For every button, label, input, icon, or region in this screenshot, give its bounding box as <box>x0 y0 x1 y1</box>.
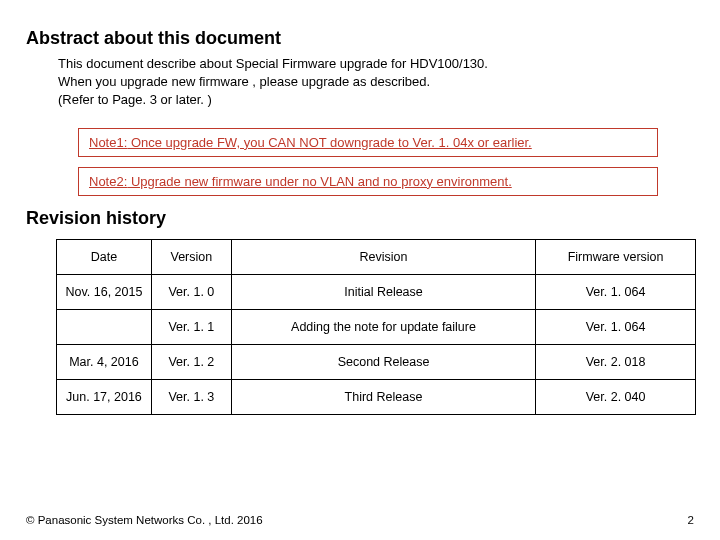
cell-firmware: Ver. 2. 040 <box>536 379 696 414</box>
abstract-line3: (Refer to Page. 3 or later. ) <box>58 92 212 107</box>
cell-firmware: Ver. 1. 064 <box>536 274 696 309</box>
abstract-line2: When you upgrade new firmware , please u… <box>58 74 430 89</box>
cell-version: Ver. 1. 3 <box>151 379 231 414</box>
notes-container: Note1: Once upgrade FW, you CAN NOT down… <box>78 128 658 196</box>
abstract-paragraph: This document describe about Special Fir… <box>58 55 694 110</box>
revision-section: Revision history Date Version Revision F… <box>26 208 694 415</box>
cell-firmware: Ver. 2. 018 <box>536 344 696 379</box>
cell-date <box>57 309 152 344</box>
header-revision: Revision <box>231 239 535 274</box>
table-header-row: Date Version Revision Firmware version <box>57 239 696 274</box>
header-version: Version <box>151 239 231 274</box>
revision-table: Date Version Revision Firmware version N… <box>56 239 696 415</box>
header-firmware: Firmware version <box>536 239 696 274</box>
note-1-box: Note1: Once upgrade FW, you CAN NOT down… <box>78 128 658 157</box>
note-2-label: Note2: <box>89 174 127 189</box>
table-row: Jun. 17, 2016 Ver. 1. 3 Third Release Ve… <box>57 379 696 414</box>
note-1-label: Note1: <box>89 135 127 150</box>
cell-revision: Adding the note for update failure <box>231 309 535 344</box>
revision-heading: Revision history <box>26 208 694 229</box>
note-2-text: Upgrade new firmware under no VLAN and n… <box>127 174 511 189</box>
cell-date: Mar. 4, 2016 <box>57 344 152 379</box>
page-footer: © Panasonic System Networks Co. , Ltd. 2… <box>26 514 694 526</box>
note-1-text: Once upgrade FW, you CAN NOT downgrade t… <box>127 135 531 150</box>
cell-revision: Third Release <box>231 379 535 414</box>
cell-revision: Second Release <box>231 344 535 379</box>
cell-date: Jun. 17, 2016 <box>57 379 152 414</box>
note-2-box: Note2: Upgrade new firmware under no VLA… <box>78 167 658 196</box>
cell-revision: Initial Release <box>231 274 535 309</box>
header-date: Date <box>57 239 152 274</box>
cell-version: Ver. 1. 0 <box>151 274 231 309</box>
table-row: Ver. 1. 1 Adding the note for update fai… <box>57 309 696 344</box>
abstract-line1: This document describe about Special Fir… <box>58 56 488 71</box>
table-row: Mar. 4, 2016 Ver. 1. 2 Second Release Ve… <box>57 344 696 379</box>
cell-version: Ver. 1. 1 <box>151 309 231 344</box>
document-page: Abstract about this document This docume… <box>0 0 720 540</box>
abstract-heading: Abstract about this document <box>26 28 694 49</box>
cell-firmware: Ver. 1. 064 <box>536 309 696 344</box>
cell-version: Ver. 1. 2 <box>151 344 231 379</box>
table-row: Nov. 16, 2015 Ver. 1. 0 Initial Release … <box>57 274 696 309</box>
copyright-text: © Panasonic System Networks Co. , Ltd. 2… <box>26 514 263 526</box>
cell-date: Nov. 16, 2015 <box>57 274 152 309</box>
page-number: 2 <box>688 514 694 526</box>
